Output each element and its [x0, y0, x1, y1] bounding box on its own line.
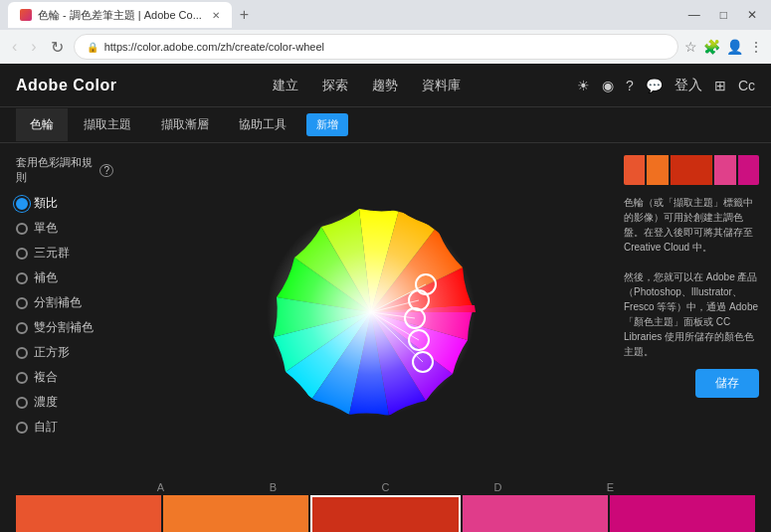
color-circle-icon[interactable]: ◉: [602, 78, 614, 93]
radio-compound: [16, 372, 28, 384]
tab-title: 色輪 - 調色差筆主題 | Adobe Co...: [38, 8, 202, 23]
rule-mono[interactable]: 單色: [16, 220, 113, 237]
login-icon[interactable]: 登入: [675, 77, 702, 94]
window-close-btn[interactable]: ✕: [741, 6, 763, 24]
lock-icon: 🔒: [87, 42, 98, 53]
rule-label: 套用色彩調和規則 ?: [16, 155, 113, 185]
tab-favicon: [20, 9, 32, 21]
rule-double[interactable]: 雙分割補色: [16, 319, 113, 336]
info-text: 色輪（或「擷取主題」標籤中的影像）可用於創建主調色盤。在登入後即可將其儲存至 C…: [624, 195, 759, 359]
profile-icon[interactable]: 👤: [726, 39, 743, 55]
window-minimize-btn[interactable]: —: [682, 6, 706, 24]
help-icon[interactable]: ?: [626, 78, 634, 93]
rule-triad[interactable]: 三元群: [16, 245, 113, 262]
radio-split: [16, 297, 28, 309]
tab-accessibility[interactable]: 協助工具: [225, 108, 300, 141]
reload-button[interactable]: ↻: [47, 36, 68, 59]
main-navigation: 建立 探索 趨勢 資料庫: [157, 77, 578, 94]
preview-color-1: [624, 155, 645, 185]
rule-square[interactable]: 正方形: [16, 344, 113, 361]
rule-help-icon[interactable]: ?: [99, 164, 113, 177]
rule-complement[interactable]: 補色: [16, 269, 113, 286]
color-wheel-svg[interactable]: [262, 203, 481, 422]
swatch-c[interactable]: [310, 495, 460, 532]
back-button[interactable]: ‹: [8, 36, 21, 58]
tab-new-button[interactable]: 新增: [306, 113, 348, 136]
tab-bar: 色輪 擷取主題 擷取漸層 協助工具 新增: [0, 107, 771, 143]
rule-similar[interactable]: 類比: [16, 195, 113, 212]
radio-shade: [16, 397, 28, 409]
tab-color-wheel[interactable]: 色輪: [16, 108, 68, 141]
swatches-row: [16, 495, 755, 532]
preview-color-5: [738, 155, 759, 185]
rule-custom[interactable]: 自訂: [16, 419, 113, 436]
radio-similar: [16, 198, 28, 210]
rule-shade[interactable]: 濃度: [16, 394, 113, 411]
menu-icon[interactable]: ⋮: [749, 39, 763, 55]
swatch-labels: A B C D E: [0, 481, 771, 495]
tab-close-btn[interactable]: ✕: [212, 10, 220, 21]
chat-icon[interactable]: 💬: [646, 78, 663, 93]
sun-icon[interactable]: ☀: [577, 78, 590, 93]
window-maximize-btn[interactable]: □: [714, 6, 733, 24]
forward-button[interactable]: ›: [27, 36, 40, 58]
preview-color-4: [714, 155, 735, 185]
nav-library[interactable]: 資料庫: [422, 77, 461, 94]
radio-custom: [16, 422, 28, 434]
preview-color-3: [671, 155, 713, 185]
radio-double: [16, 322, 28, 334]
bookmark-icon[interactable]: ☆: [684, 39, 697, 55]
swatch-label-b: B: [217, 481, 329, 495]
rule-compound[interactable]: 複合: [16, 369, 113, 386]
swatch-a[interactable]: [16, 495, 161, 532]
address-bar[interactable]: 🔒 https://color.adobe.com/zh/create/colo…: [74, 34, 678, 60]
radio-square: [16, 347, 28, 359]
nav-trend[interactable]: 趨勢: [372, 77, 398, 94]
rule-list: 類比 單色 三元群 補色 分割補色: [16, 195, 113, 436]
swatch-d[interactable]: [463, 495, 608, 532]
nav-explore[interactable]: 探索: [322, 77, 348, 94]
tab-capture-gradient[interactable]: 擷取漸層: [147, 108, 223, 141]
swatches-area: A B C D E: [0, 481, 771, 532]
url-text: https://color.adobe.com/zh/create/color-…: [104, 41, 666, 53]
swatch-label-d: D: [442, 481, 554, 495]
swatch-b[interactable]: [163, 495, 308, 532]
app-logo: Adobe Color: [16, 77, 117, 94]
radio-complement: [16, 272, 28, 284]
active-tab[interactable]: 色輪 - 調色差筆主題 | Adobe Co... ✕: [8, 2, 232, 28]
color-wheel-container[interactable]: [262, 203, 481, 422]
cc-icon[interactable]: Cc: [738, 78, 755, 93]
color-wheel-area[interactable]: [129, 143, 612, 481]
right-panel: 色輪（或「擷取主題」標籤中的影像）可用於創建主調色盤。在登入後即可將其儲存至 C…: [612, 143, 771, 481]
tab-capture-theme[interactable]: 擷取主題: [70, 108, 145, 141]
grid-icon[interactable]: ⊞: [714, 78, 726, 93]
swatch-label-e: E: [554, 481, 667, 495]
rule-split[interactable]: 分割補色: [16, 294, 113, 311]
preview-colors: [624, 155, 759, 185]
new-tab-button[interactable]: +: [234, 6, 255, 24]
extension-icon[interactable]: 🧩: [703, 39, 720, 55]
radio-mono: [16, 223, 28, 235]
swatch-label-c: C: [329, 481, 442, 495]
save-button[interactable]: 儲存: [695, 369, 759, 398]
preview-color-2: [647, 155, 668, 185]
swatch-e[interactable]: [610, 495, 755, 532]
swatch-label-a: A: [104, 481, 217, 495]
radio-triad: [16, 248, 28, 260]
nav-create[interactable]: 建立: [273, 77, 298, 94]
